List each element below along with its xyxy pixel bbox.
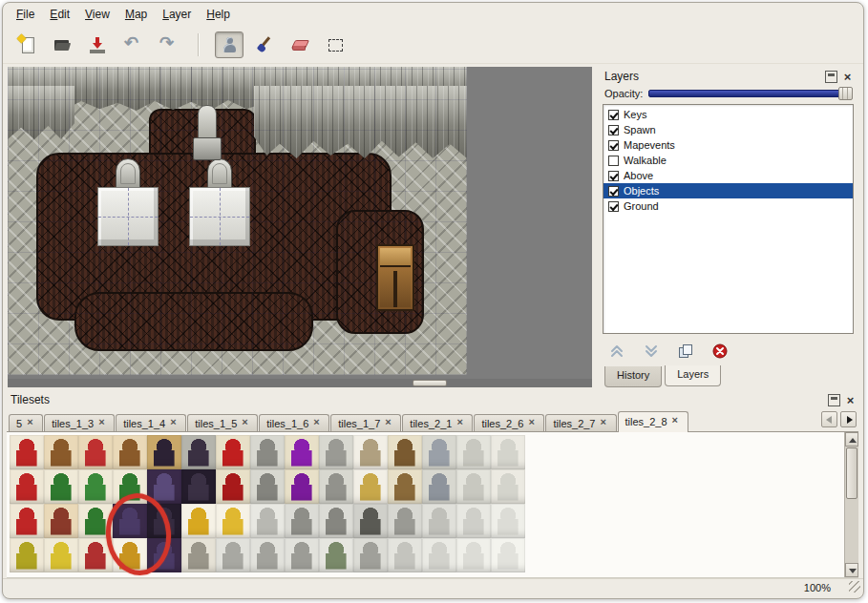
tab-scroll-left-button[interactable] <box>821 411 837 427</box>
tileset-tile[interactable] <box>388 469 422 504</box>
new-file-button[interactable] <box>12 31 41 58</box>
scrollbar-thumb[interactable] <box>846 447 857 499</box>
save-button[interactable] <box>83 31 112 58</box>
tileset-tile[interactable] <box>319 435 353 469</box>
tileset-tile[interactable] <box>353 469 388 504</box>
layer-row[interactable]: Objects <box>603 183 853 198</box>
tileset-tile[interactable] <box>78 538 113 572</box>
resize-grip[interactable] <box>849 581 860 593</box>
tileset-vertical-scrollbar[interactable] <box>844 432 858 577</box>
layer-visibility-checkbox[interactable] <box>608 125 619 135</box>
layer-row[interactable]: Above <box>603 168 853 183</box>
float-panel-icon[interactable] <box>828 394 840 406</box>
tileset-tile[interactable] <box>181 435 216 469</box>
tileset-tile[interactable] <box>422 469 456 504</box>
float-panel-icon[interactable] <box>825 71 837 83</box>
tileset-tile[interactable] <box>78 469 113 504</box>
tileset-tile[interactable] <box>216 435 250 469</box>
tileset-tab[interactable]: tiles_1_5 <box>187 414 258 431</box>
tileset-tile[interactable] <box>285 435 319 469</box>
tileset-tile[interactable] <box>353 538 388 572</box>
tab-scroll-right-button[interactable] <box>840 411 857 427</box>
tileset-tile[interactable] <box>388 504 422 538</box>
tileset-tile[interactable] <box>285 504 319 538</box>
tileset-tile[interactable] <box>44 538 78 572</box>
tileset-tile[interactable] <box>491 469 525 504</box>
tileset-tile[interactable] <box>491 435 525 469</box>
tileset-tile[interactable] <box>78 504 113 538</box>
scroll-up-button[interactable] <box>845 432 858 447</box>
opacity-slider[interactable] <box>648 90 852 97</box>
tab-close-icon[interactable] <box>456 419 465 427</box>
tileset-tile[interactable] <box>250 504 285 538</box>
layer-row[interactable]: Mapevents <box>603 137 853 153</box>
tileset-tile[interactable] <box>78 435 113 469</box>
close-panel-icon[interactable] <box>841 71 854 83</box>
tab-close-icon[interactable] <box>601 419 609 427</box>
layer-visibility-checkbox[interactable] <box>608 201 619 212</box>
tab-close-icon[interactable] <box>242 419 250 427</box>
tileset-tile[interactable] <box>113 538 147 572</box>
brush-tool-button[interactable] <box>250 31 279 58</box>
raise-layer-button[interactable] <box>606 342 627 361</box>
tileset-tile[interactable] <box>113 469 147 504</box>
menu-item[interactable]: File <box>9 5 42 24</box>
redo-button[interactable] <box>154 31 182 58</box>
tileset-tile[interactable] <box>113 435 147 469</box>
tab-close-icon[interactable] <box>528 419 537 427</box>
panel-tab[interactable]: Layers <box>665 365 721 386</box>
tileset-tile[interactable] <box>456 504 491 538</box>
layer-row[interactable]: Walkable <box>603 153 853 168</box>
layer-visibility-checkbox[interactable] <box>608 110 619 120</box>
tileset-tab[interactable]: tiles_1_3 <box>44 414 115 431</box>
tileset-tile[interactable] <box>319 504 353 538</box>
tab-close-icon[interactable] <box>170 419 179 427</box>
tab-close-icon[interactable] <box>27 419 35 427</box>
scroll-down-button[interactable] <box>845 563 858 577</box>
tileset-tile[interactable] <box>388 538 422 572</box>
select-tool-button[interactable] <box>321 31 349 58</box>
tileset-tile[interactable] <box>250 435 285 469</box>
tileset-tile[interactable] <box>422 435 456 469</box>
tileset-tile[interactable] <box>147 504 181 538</box>
layer-visibility-checkbox[interactable] <box>608 140 619 151</box>
tileset-tile[interactable] <box>422 504 456 538</box>
open-folder-button[interactable] <box>48 31 76 58</box>
tab-close-icon[interactable] <box>672 417 681 426</box>
tileset-tile[interactable] <box>250 538 285 572</box>
tileset-tile[interactable] <box>44 504 78 538</box>
tileset-tile[interactable] <box>147 435 181 469</box>
duplicate-layer-button[interactable] <box>675 342 696 361</box>
tileset-tab[interactable]: tiles_2_8 <box>618 411 688 432</box>
tileset-tile[interactable] <box>147 538 181 572</box>
tileset-tile[interactable] <box>113 504 147 538</box>
tileset-tab[interactable]: tiles_1_6 <box>259 414 329 431</box>
delete-layer-button[interactable] <box>709 342 730 361</box>
tileset-tile[interactable] <box>181 538 216 572</box>
tileset-tile[interactable] <box>10 504 44 538</box>
lower-layer-button[interactable] <box>641 342 662 361</box>
tileset-tab[interactable]: tiles_1_4 <box>116 414 186 431</box>
layer-row[interactable]: Spawn <box>603 122 853 137</box>
tileset-tile[interactable] <box>10 435 44 469</box>
tileset-tile[interactable] <box>250 469 285 504</box>
close-panel-icon[interactable] <box>844 394 857 406</box>
map-canvas[interactable] <box>8 67 467 375</box>
panel-tab[interactable]: History <box>604 366 662 387</box>
tileset-tab[interactable]: tiles_2_1 <box>402 414 473 431</box>
tileset-tile[interactable] <box>44 469 78 504</box>
tileset-tab[interactable]: tiles_1_7 <box>330 414 401 431</box>
map-hscroll-thumb[interactable] <box>413 380 447 386</box>
tileset-tile[interactable] <box>10 469 44 504</box>
menu-item[interactable]: Edit <box>42 5 77 24</box>
layer-row[interactable]: Keys <box>603 107 853 122</box>
tileset-tab[interactable]: 5 <box>9 414 43 431</box>
tileset-tile[interactable] <box>319 469 353 504</box>
tileset-tile[interactable] <box>285 538 319 572</box>
tileset-tab[interactable]: tiles_2_6 <box>474 414 544 431</box>
eraser-tool-button[interactable] <box>286 31 314 58</box>
tileset-tile[interactable] <box>181 504 216 538</box>
map-horizontal-scrollbar[interactable] <box>8 379 592 387</box>
menu-item[interactable]: Help <box>199 5 238 24</box>
tileset-tile[interactable] <box>285 469 319 504</box>
